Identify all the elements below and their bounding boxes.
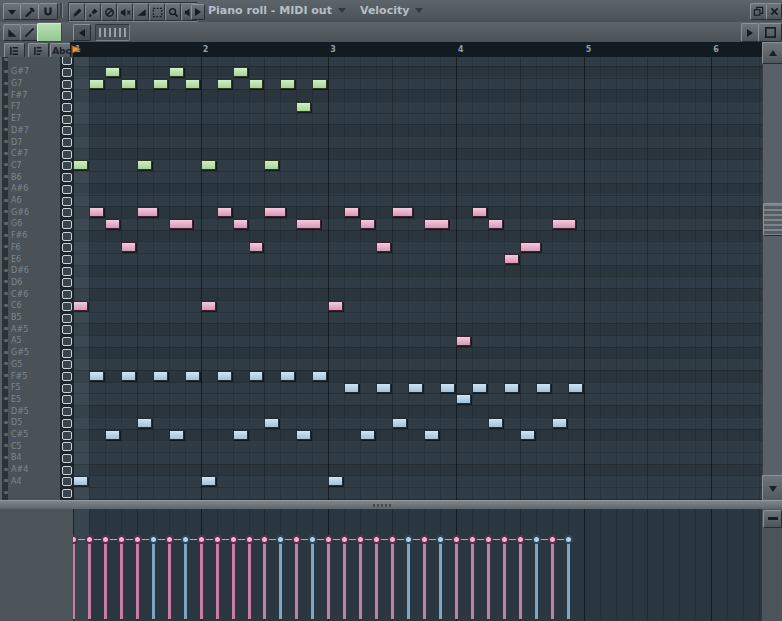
velocity-handle[interactable] <box>181 535 190 544</box>
velocity-stem[interactable] <box>279 543 282 619</box>
key-button[interactable] <box>62 302 72 311</box>
midi-note[interactable] <box>280 371 295 381</box>
midi-note[interactable] <box>249 242 264 252</box>
midi-note[interactable] <box>312 371 327 381</box>
velocity-handle[interactable] <box>197 535 206 544</box>
midi-note[interactable] <box>153 79 168 89</box>
midi-note[interactable] <box>488 219 503 229</box>
midi-note[interactable] <box>424 430 439 440</box>
midi-note[interactable] <box>137 160 152 170</box>
midi-note[interactable] <box>233 219 248 229</box>
midi-note[interactable] <box>105 67 120 77</box>
mute-tool-button[interactable] <box>117 3 133 21</box>
midi-note[interactable] <box>73 476 88 486</box>
velocity-stem[interactable] <box>503 543 506 619</box>
midi-note[interactable] <box>520 430 535 440</box>
velocity-handle[interactable] <box>133 535 142 544</box>
midi-note[interactable] <box>296 430 311 440</box>
key-label[interactable]: F5 <box>11 383 21 392</box>
velocity-stem[interactable] <box>200 543 203 619</box>
midi-note[interactable] <box>185 371 200 381</box>
midi-note[interactable] <box>121 371 136 381</box>
velocity-stem[interactable] <box>407 543 410 619</box>
key-label[interactable]: C6 <box>11 301 22 310</box>
velocity-handle[interactable] <box>404 535 413 544</box>
paint-tool-button[interactable] <box>85 3 101 21</box>
midi-note[interactable] <box>201 301 216 311</box>
key-button[interactable] <box>62 255 72 264</box>
velocity-handle[interactable] <box>532 535 541 544</box>
midi-note[interactable] <box>344 207 359 217</box>
midi-note[interactable] <box>264 207 285 217</box>
key-label[interactable]: C#7 <box>11 149 28 158</box>
key-label[interactable]: G#7 <box>11 67 29 76</box>
velocity-handle[interactable] <box>245 535 254 544</box>
tools-button[interactable] <box>20 3 39 20</box>
velocity-handle[interactable] <box>516 535 525 544</box>
group-notes-button-1[interactable] <box>4 43 25 58</box>
key-button[interactable] <box>62 243 72 252</box>
midi-note[interactable] <box>89 371 104 381</box>
velocity-panel[interactable] <box>73 509 762 621</box>
midi-note[interactable] <box>169 67 184 77</box>
velocity-stem[interactable] <box>104 543 107 619</box>
key-button[interactable] <box>62 173 72 182</box>
velocity-handle[interactable] <box>548 535 557 544</box>
midi-note[interactable] <box>456 394 471 404</box>
scroll-right-button[interactable] <box>741 23 759 42</box>
key-button[interactable] <box>62 442 72 451</box>
velocity-handle[interactable] <box>388 535 397 544</box>
midi-note[interactable] <box>296 219 321 229</box>
midi-note[interactable] <box>488 418 503 428</box>
velocity-handle[interactable] <box>468 535 477 544</box>
draw-tool-button[interactable] <box>69 3 85 21</box>
midi-note[interactable] <box>392 207 413 217</box>
midi-note[interactable] <box>392 418 407 428</box>
scrollbar-down-button[interactable] <box>762 475 782 502</box>
velocity-stem[interactable] <box>120 543 123 619</box>
velocity-handle[interactable] <box>372 535 381 544</box>
key-button[interactable] <box>62 185 72 194</box>
scroll-left-button[interactable] <box>73 24 91 41</box>
collapse-panel-button[interactable] <box>763 510 782 528</box>
key-label[interactable]: G#6 <box>11 208 29 217</box>
key-button[interactable] <box>62 489 72 498</box>
key-button[interactable] <box>62 349 72 358</box>
velocity-stem[interactable] <box>439 543 442 619</box>
detach-arrow-button[interactable] <box>191 4 205 20</box>
select-tool-button[interactable] <box>149 3 165 21</box>
velocity-stem[interactable] <box>359 543 362 619</box>
key-button[interactable] <box>62 197 72 206</box>
velocity-stem[interactable] <box>184 543 187 619</box>
midi-note[interactable] <box>73 301 88 311</box>
velocity-handle[interactable] <box>564 535 573 544</box>
midi-note[interactable] <box>201 160 216 170</box>
restore-button[interactable] <box>750 3 767 20</box>
midi-note[interactable] <box>312 79 327 89</box>
key-label[interactable]: B5 <box>11 313 22 322</box>
midi-note[interactable] <box>472 207 487 217</box>
velocity-stem[interactable] <box>343 543 346 619</box>
key-label[interactable]: F#5 <box>11 372 27 381</box>
key-button[interactable] <box>62 220 72 229</box>
velocity-stem[interactable] <box>519 543 522 619</box>
key-button[interactable] <box>62 337 72 346</box>
key-label[interactable]: D5 <box>11 418 22 427</box>
velocity-stem[interactable] <box>471 543 474 619</box>
key-button[interactable] <box>62 454 72 463</box>
key-label[interactable]: D#5 <box>11 407 29 416</box>
slide-tool-button[interactable] <box>133 3 149 21</box>
key-button[interactable] <box>62 138 72 147</box>
midi-note[interactable] <box>552 418 567 428</box>
key-label[interactable]: C#6 <box>11 290 28 299</box>
velocity-handle[interactable] <box>500 535 509 544</box>
key-label[interactable]: D#6 <box>11 266 29 275</box>
midi-note[interactable] <box>137 207 158 217</box>
options-menu-button[interactable] <box>3 3 21 20</box>
key-label[interactable]: F#6 <box>11 231 27 240</box>
midi-note[interactable] <box>504 254 519 264</box>
midi-note[interactable] <box>344 383 359 393</box>
velocity-handle[interactable] <box>452 535 461 544</box>
key-label[interactable]: C#5 <box>11 430 28 439</box>
key-label[interactable]: G5 <box>11 360 22 369</box>
